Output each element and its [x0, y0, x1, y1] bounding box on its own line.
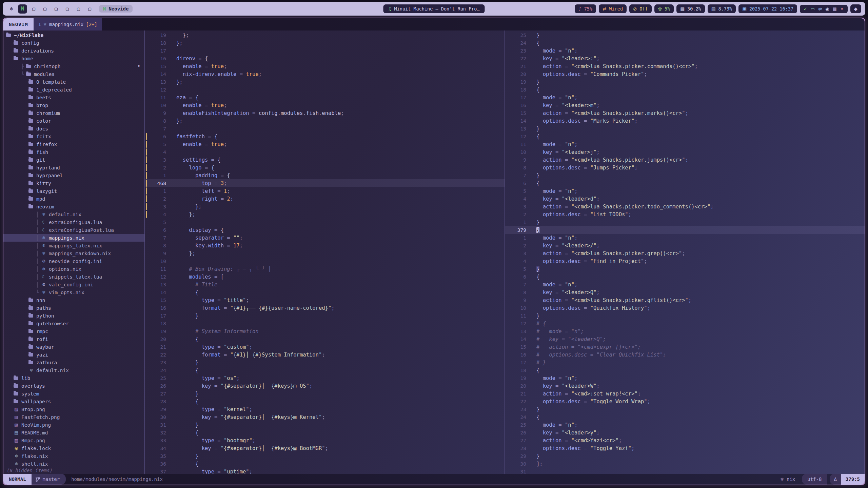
tree-item-chromium[interactable]: chromium: [3, 109, 144, 117]
tree-item-rmpc.png[interactable]: ▨Rmpc.png: [3, 436, 144, 444]
code-line[interactable]: 22 options.desc = "Toggle Word Wrap";: [505, 398, 865, 405]
code-line[interactable]: 16 format = "{#1}┌── {#}{user-name-color…: [145, 304, 505, 312]
tree-item-modules[interactable]: └modules: [3, 70, 144, 78]
code-line[interactable]: 2 options.desc = "List TODOs";: [505, 210, 865, 218]
code-line[interactable]: 6fastfetch = {: [145, 133, 505, 140]
code-line[interactable]: 30];: [505, 460, 865, 468]
tree-item-python[interactable]: python: [3, 312, 144, 320]
code-line[interactable]: 4 options.desc = "Find in Project";: [505, 257, 865, 265]
code-line[interactable]: 28 {: [145, 398, 505, 405]
code-line[interactable]: 10: [145, 257, 505, 265]
code-line[interactable]: 5}: [505, 265, 865, 273]
code-line[interactable]: 7}: [505, 171, 865, 179]
code-line[interactable]: 25}: [505, 31, 865, 39]
code-line[interactable]: 6{: [505, 273, 865, 281]
code-line[interactable]: 3 action = "<cmd>lua Snacks.picker.todo_…: [505, 203, 865, 210]
code-line[interactable]: 10 key = "<leader>j";: [505, 148, 865, 156]
code-line[interactable]: 22 format = "{#1}│ {#}System Information…: [145, 351, 505, 359]
code-line[interactable]: 6{: [505, 179, 865, 187]
code-line[interactable]: 11eza = {: [145, 94, 505, 101]
code-line[interactable]: 7: [145, 125, 505, 133]
code-line[interactable]: 11 mode = "n";: [505, 140, 865, 148]
code-line[interactable]: 18: [145, 320, 505, 327]
code-line[interactable]: 2 logo = {: [145, 164, 505, 171]
code-line[interactable]: 35 }: [145, 452, 505, 460]
code-line[interactable]: 26 key = "{#separator}│ {#keys}▢ OS";: [145, 382, 505, 390]
tree-item-mappings_markdown.nix[interactable]: │❄mappings_markdown.nix: [3, 249, 144, 257]
workspace-5[interactable]: ▢: [63, 4, 72, 14]
tree-item-git[interactable]: git: [3, 156, 144, 164]
module-volume[interactable]: ♪75%: [575, 4, 596, 13]
tree-item-christoph[interactable]: ├christoph•: [3, 62, 144, 70]
workspace-neovim[interactable]: N: [18, 4, 27, 14]
code-line[interactable]: 11 # Box Drawing: ┌ ─ ┐ └ ┘ │: [145, 265, 505, 273]
code-line[interactable]: 2 key = "<leader>/";: [505, 242, 865, 249]
tree-item-overlays[interactable]: overlays: [3, 382, 144, 390]
tree-item-system[interactable]: system: [3, 390, 144, 398]
tree-item-neovim[interactable]: neovim: [3, 203, 144, 210]
code-line[interactable]: 1 padding = {: [145, 171, 505, 179]
tree-item-fish[interactable]: fish: [3, 148, 144, 156]
code-line[interactable]: 22 key = "<leader>:";: [505, 55, 865, 62]
code-line[interactable]: 14 options.desc = "Marks Picker";: [505, 117, 865, 125]
code-line[interactable]: 32 {: [145, 429, 505, 436]
tree-item-color[interactable]: color: [3, 117, 144, 125]
code-line[interactable]: 4: [145, 148, 505, 156]
code-line[interactable]: 16direnv = {: [145, 55, 505, 62]
tree-item-fcitx[interactable]: fcitx: [3, 133, 144, 140]
tree-item-nixflake[interactable]: ~/NixFlake: [3, 31, 144, 39]
tree-item-mappings.nix[interactable]: │❄mappings.nix: [3, 234, 144, 242]
code-line[interactable]: 20 {: [145, 335, 505, 343]
code-line[interactable]: 379{: [505, 226, 865, 234]
code-line[interactable]: 8};: [145, 117, 505, 125]
code-line[interactable]: 10 options.desc = "Quickfix History";: [505, 304, 865, 312]
keyboard-icon[interactable]: ▦: [832, 6, 836, 12]
tree-item-nnn[interactable]: nnn: [3, 296, 144, 304]
code-line[interactable]: 17 mode = "n";: [505, 94, 865, 101]
code-line[interactable]: 30 key = "{#separator}│ {#keys}▤ Kernel"…: [145, 413, 505, 421]
tree-item-waybar[interactable]: waybar: [3, 343, 144, 351]
tree-item-config[interactable]: config: [3, 39, 144, 47]
display-icon[interactable]: ▭: [811, 6, 815, 12]
module-power-profile[interactable]: ✿5%: [654, 4, 674, 13]
tree-item-snippets_latex.lua[interactable]: │☾snippets_latex.lua: [3, 273, 144, 281]
tree-item-docs[interactable]: docs: [3, 125, 144, 133]
code-line[interactable]: 23 }: [145, 359, 505, 366]
tree-item-1_deprecated[interactable]: 1_deprecated: [3, 86, 144, 94]
code-line[interactable]: 5 mode = "n";: [505, 187, 865, 195]
tree-item-home[interactable]: home: [3, 55, 144, 62]
sync-icon[interactable]: ⇄: [818, 6, 822, 12]
workspace-2[interactable]: ▢: [29, 4, 38, 14]
editor-pane-left[interactable]: 19 };18};1716direnv = {15 enable = true;…: [145, 30, 505, 474]
tree-item-rofi[interactable]: rofi: [3, 335, 144, 343]
code-line[interactable]: 5 enable = true;: [145, 140, 505, 148]
code-line[interactable]: 23 mode = "n";: [505, 47, 865, 55]
code-line[interactable]: 1 mode = "n";: [505, 234, 865, 242]
code-line[interactable]: 18};: [145, 39, 505, 47]
workspace-7[interactable]: ▢: [85, 4, 94, 14]
code-line[interactable]: 15 type = "title";: [145, 296, 505, 304]
notifications-tray[interactable]: ◆: [850, 4, 861, 13]
tree-item-wallpapers[interactable]: wallpapers: [3, 398, 144, 405]
code-line[interactable]: 8 key.width = 17;: [145, 242, 505, 249]
tree-item-shell.nix[interactable]: ❄shell.nix: [3, 460, 144, 468]
code-line[interactable]: 33 type = "bootmgr";: [145, 436, 505, 444]
tree-item-extraconfigluapost.lua[interactable]: │☾extraConfigLuaPost.lua: [3, 226, 144, 234]
tree-item-readme.md[interactable]: ▤README.md: [3, 429, 144, 436]
code-line[interactable]: 29}: [505, 452, 865, 460]
code-line[interactable]: 15 action = "<cmd>lua Snacks.picker.mark…: [505, 109, 865, 117]
tree-item-flake.nix[interactable]: ❄flake.nix: [3, 452, 144, 460]
code-line[interactable]: 37 type = "uptime";: [145, 468, 505, 474]
code-line[interactable]: 3 action = "<cmd>lua Snacks.picker.grep(…: [505, 249, 865, 257]
code-line[interactable]: 31 }: [145, 421, 505, 429]
editor-pane-right[interactable]: 25}24{23 mode = "n";22 key = "<leader>:"…: [505, 30, 865, 474]
mic-icon[interactable]: ◉: [825, 6, 829, 12]
code-line[interactable]: 27 }: [145, 390, 505, 398]
tree-item-firefox[interactable]: firefox: [3, 140, 144, 148]
code-line[interactable]: 18{: [505, 366, 865, 374]
code-line[interactable]: 8 key = "<leader>Q";: [505, 288, 865, 296]
code-line[interactable]: 18{: [505, 86, 865, 94]
code-line[interactable]: 21 action = "<cmd>:set wrap!<cr>";: [505, 390, 865, 398]
tree-item-hyprland[interactable]: hyprland: [3, 164, 144, 171]
module-clock[interactable]: ▣2025-07-22 16:37: [738, 4, 797, 13]
